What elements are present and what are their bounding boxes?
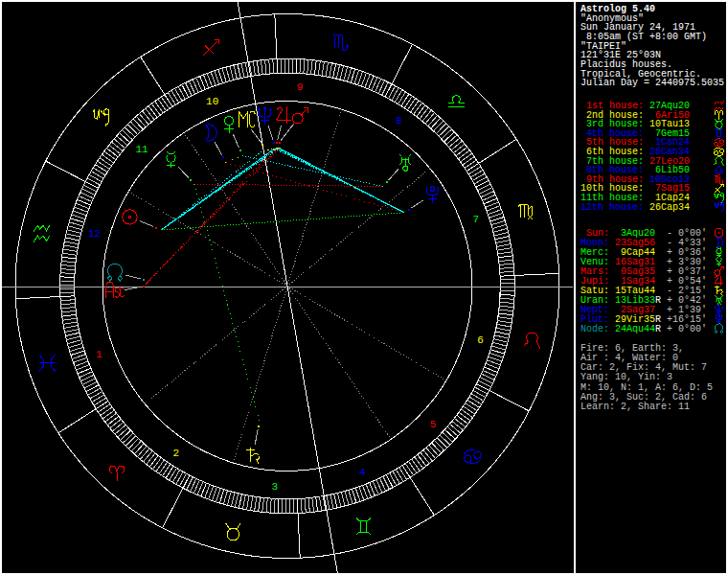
svg-text:9: 9 [297,81,304,93]
svg-text:11: 11 [135,144,148,155]
svg-text:8: 8 [396,115,402,126]
svg-text:1: 1 [96,349,102,360]
svg-text:3: 3 [272,481,279,493]
svg-text:10: 10 [206,96,218,107]
svg-text:5: 5 [430,419,437,430]
svg-text:12: 12 [88,228,101,240]
svg-text:2: 2 [172,448,179,459]
svg-text:6: 6 [477,334,484,346]
svg-text:4: 4 [359,467,366,478]
svg-text:7: 7 [472,214,479,225]
